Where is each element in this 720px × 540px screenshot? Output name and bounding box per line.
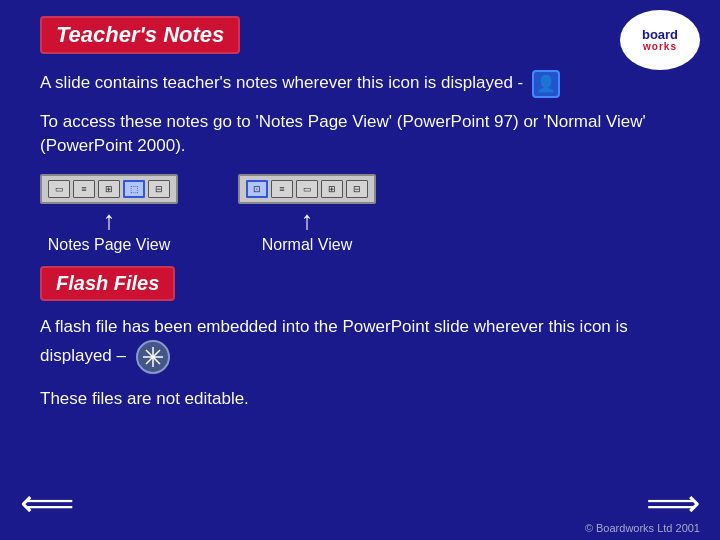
copyright-text: © Boardworks Ltd 2001 <box>585 522 700 534</box>
toolbar-section: ▭ ≡ ⊞ ⬚ ⊟ ↑ Notes Page View ⊡ ≡ ▭ ⊞ ⊟ ↑ <box>40 174 680 255</box>
notes-page-view-toolbar: ▭ ≡ ⊞ ⬚ ⊟ <box>40 174 178 204</box>
teachers-notes-title: Teacher's Notes <box>56 22 224 47</box>
notes-arrow-up: ↑ <box>103 210 116 231</box>
tb-btn-n2: ≡ <box>271 180 293 198</box>
tb-btn-4: ⬚ <box>123 180 145 198</box>
tb-btn-n4: ⊞ <box>321 180 343 198</box>
boardworks-logo: board works <box>620 10 700 70</box>
teacher-icon: 👤 <box>532 70 560 98</box>
tb-btn-5: ⊟ <box>148 180 170 198</box>
not-editable-text: These files are not editable. <box>40 387 680 411</box>
normal-view-label: Normal View <box>262 236 352 254</box>
tb-btn-3: ⊞ <box>98 180 120 198</box>
logo-top-text: board <box>642 28 678 41</box>
teachers-notes-text1: A slide contains teacher's notes whereve… <box>40 70 680 98</box>
normal-view-group: ⊡ ≡ ▭ ⊞ ⊟ ↑ Normal View <box>238 174 376 255</box>
tb-btn-n5: ⊟ <box>346 180 368 198</box>
tb-btn-n3: ▭ <box>296 180 318 198</box>
nav-arrow-right[interactable]: ⟹ <box>646 484 700 522</box>
teachers-notes-badge: Teacher's Notes <box>40 16 240 54</box>
flash-text: A flash file has been embedded into the … <box>40 315 680 375</box>
tb-btn-2: ≡ <box>73 180 95 198</box>
main-container: board works Teacher's Notes A slide cont… <box>0 0 720 540</box>
teachers-notes-text2: To access these notes go to 'Notes Page … <box>40 110 680 158</box>
notes-page-view-group: ▭ ≡ ⊞ ⬚ ⊟ ↑ Notes Page View <box>40 174 178 255</box>
tb-btn-n1: ⊡ <box>246 180 268 198</box>
flash-files-title: Flash Files <box>56 272 159 294</box>
nav-arrow-left[interactable]: ⟸ <box>20 484 74 522</box>
flash-files-badge: Flash Files <box>40 266 175 301</box>
normal-view-toolbar: ⊡ ≡ ▭ ⊞ ⊟ <box>238 174 376 204</box>
normal-arrow-up: ↑ <box>301 210 314 231</box>
notes-page-view-label: Notes Page View <box>48 236 170 254</box>
flash-icon <box>135 339 171 375</box>
logo-bottom-text: works <box>642 41 678 52</box>
tb-btn-1: ▭ <box>48 180 70 198</box>
